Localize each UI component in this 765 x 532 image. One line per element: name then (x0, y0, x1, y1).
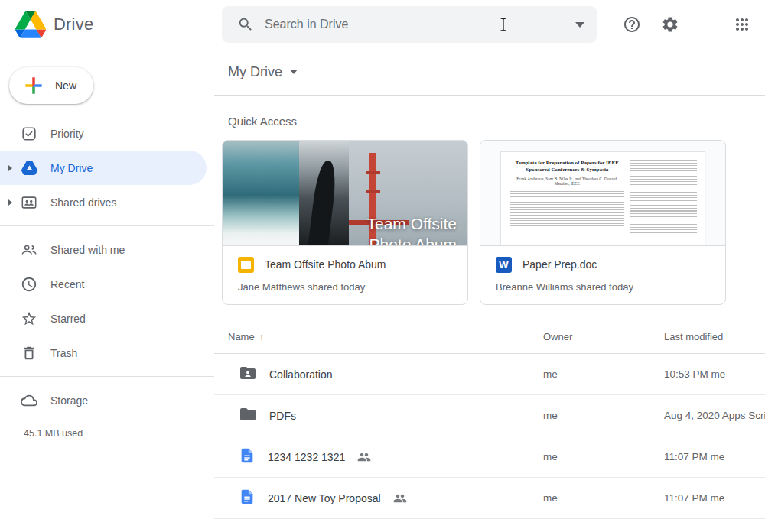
google-apps-grid-icon[interactable] (733, 15, 751, 34)
person-photo-segment (299, 141, 349, 245)
sidebar-item-starred[interactable]: Starred (0, 301, 207, 336)
file-last-modified: Aug 4, 2020 Apps Script (664, 410, 765, 421)
new-button-label: New (55, 79, 76, 92)
search-input[interactable] (265, 18, 575, 31)
clock-icon (20, 275, 38, 294)
shared-folder-icon (239, 364, 257, 384)
sort-ascending-icon[interactable]: ↑ (259, 331, 265, 342)
star-icon (20, 310, 38, 328)
sidebar-nav: Priority My Drive Shared drives Shared w… (0, 116, 214, 417)
google-doc-icon (239, 488, 256, 508)
file-owner: me (543, 492, 664, 504)
card-footer: W Paper Prep.doc Breanne Williams shared… (480, 246, 725, 293)
sidebar-item-label: Trash (50, 347, 77, 359)
file-name: PDFs (269, 410, 296, 422)
table-row-pdfs[interactable]: PDFs me Aug 4, 2020 Apps Script (214, 395, 765, 436)
file-last-modified: 11:07 PM me (664, 451, 765, 462)
column-header-last-modified[interactable]: Last modified (664, 331, 765, 342)
sidebar-item-my-drive[interactable]: My Drive (0, 151, 207, 185)
new-button[interactable]: New (9, 67, 93, 104)
my-drive-icon (20, 159, 38, 177)
search-options-chevron-icon[interactable] (575, 22, 584, 28)
shared-drives-icon (20, 193, 38, 212)
file-name: 2017 New Toy Proposal (268, 492, 381, 504)
sidebar: New Priority My Drive Shared drives (0, 49, 214, 532)
column-header-owner[interactable]: Owner (543, 331, 664, 342)
sidebar-item-label: Priority (50, 128, 84, 140)
drive-logo-icon (15, 11, 46, 38)
slides-icon (238, 257, 254, 273)
sidebar-divider (0, 376, 214, 377)
quick-access-heading: Quick Access (228, 115, 765, 128)
sidebar-item-label: Recent (50, 278, 84, 290)
page-title-chevron-icon[interactable] (290, 70, 298, 74)
header-actions (623, 15, 765, 34)
sidebar-item-label: Storage (50, 394, 88, 407)
breadcrumb: My Drive (214, 49, 765, 96)
table-row-1234-1232-1321[interactable]: 1234 1232 1321 me 11:07 PM me (214, 436, 765, 478)
sidebar-item-label: Shared drives (50, 196, 116, 209)
sidebar-item-shared-with-me[interactable]: Shared with me (0, 232, 207, 267)
file-owner: me (543, 410, 664, 421)
storage-used-label: 45.1 MB used (24, 428, 214, 439)
shared-people-icon (357, 450, 371, 464)
shared-with-me-icon (20, 241, 38, 259)
card-thumbnail-document: Template for Preparation of Papers for I… (480, 141, 725, 246)
expand-chevron-icon[interactable] (0, 165, 20, 171)
sidebar-item-storage[interactable]: Storage (0, 383, 207, 417)
sidebar-item-recent[interactable]: Recent (0, 267, 207, 301)
card-footer: Team Offsite Photo Abum Jane Matthews sh… (223, 246, 467, 293)
main-content: My Drive Quick Access Team Offsite Photo… (214, 49, 765, 532)
file-owner: me (543, 451, 664, 462)
word-doc-icon: W (496, 257, 512, 273)
quick-access-card-paper-prep[interactable]: Template for Preparation of Papers for I… (480, 140, 726, 305)
card-title: Paper Prep.doc (522, 258, 597, 271)
card-title: Team Offsite Photo Abum (265, 258, 386, 271)
search-bar[interactable] (222, 6, 597, 43)
card-subtitle: Jane Matthews shared today (238, 281, 452, 293)
expand-chevron-icon[interactable] (0, 200, 20, 206)
preview-text-lines (630, 160, 697, 238)
quick-access-card-team-offsite[interactable]: Team Offsite Photo Abum Team Offsite Pho… (222, 140, 468, 305)
preview-text-lines (510, 191, 624, 226)
sidebar-divider (0, 225, 214, 226)
file-table-header: Name ↑ Owner Last modified (214, 308, 765, 354)
shared-people-icon (393, 491, 407, 505)
settings-gear-icon[interactable] (661, 15, 679, 34)
file-name: Collaboration (269, 368, 333, 381)
file-last-modified: 11:07 PM me (664, 492, 765, 504)
top-bar: Drive (0, 0, 765, 49)
sidebar-item-label: Shared with me (50, 244, 125, 256)
search-icon[interactable] (237, 16, 254, 33)
document-preview-page: Template for Preparation of Papers for I… (500, 151, 705, 246)
card-subtitle: Breanne Williams shared today (496, 281, 710, 293)
cloud-storage-icon (20, 391, 38, 410)
help-icon[interactable] (623, 15, 641, 34)
sidebar-item-label: Starred (50, 313, 86, 325)
google-doc-icon (239, 447, 256, 466)
file-table: Name ↑ Owner Last modified Collaboration… (214, 308, 765, 519)
folder-icon (239, 405, 257, 426)
preview-title: Template for Preparation of Papers for I… (510, 160, 624, 174)
app-name: Drive (54, 15, 93, 34)
plus-icon (21, 73, 46, 98)
ocean-photo-segment (223, 141, 299, 245)
sidebar-item-priority[interactable]: Priority (0, 116, 207, 151)
sidebar-item-trash[interactable]: Trash (0, 336, 207, 370)
card-thumbnail-photo: Team Offsite Photo Abum (223, 141, 467, 246)
sidebar-item-label: My Drive (50, 162, 93, 174)
sidebar-item-shared-drives[interactable]: Shared drives (0, 185, 207, 219)
table-row-2017-new-toy-proposal[interactable]: 2017 New Toy Proposal me 11:07 PM me (214, 478, 765, 519)
priority-icon (20, 125, 38, 143)
quick-access-cards: Team Offsite Photo Abum Team Offsite Pho… (222, 140, 765, 305)
file-owner: me (543, 368, 664, 380)
file-last-modified: 10:53 PM me (664, 368, 765, 380)
trash-icon (20, 344, 38, 362)
preview-authors: Frank Anderson, Sam B. Niles Jr., and Th… (510, 177, 624, 186)
column-header-name[interactable]: Name (228, 331, 255, 342)
thumbnail-title-overlay: Team Offsite Photo Abum (367, 213, 457, 246)
drive-logo[interactable]: Drive (0, 11, 214, 38)
page-title[interactable]: My Drive (228, 64, 282, 80)
file-name: 1234 1232 1321 (268, 451, 345, 463)
table-row-collaboration[interactable]: Collaboration me 10:53 PM me (214, 354, 765, 395)
